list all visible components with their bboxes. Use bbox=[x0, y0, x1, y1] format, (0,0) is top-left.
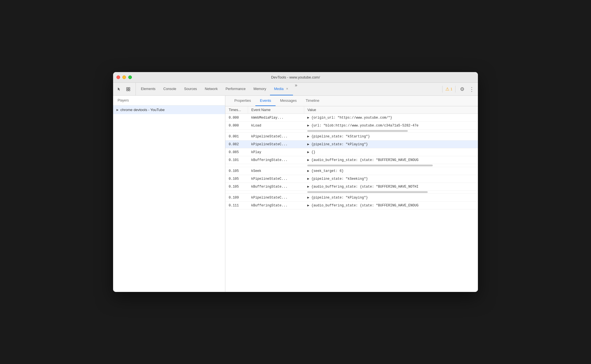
events-table-container[interactable]: Times... Event Name Value 0.000kWebMedia… bbox=[225, 106, 478, 292]
warning-badge[interactable]: ⚠ 1 bbox=[445, 86, 452, 92]
tab-performance[interactable]: Performance bbox=[222, 83, 250, 95]
scrollbar-row bbox=[225, 130, 478, 133]
cell-event-name: kPipelineStateC... bbox=[248, 133, 304, 140]
tab-sources[interactable]: Sources bbox=[180, 83, 201, 95]
toolbar: Elements Console Sources Network Perform… bbox=[113, 83, 478, 96]
table-row[interactable]: 0.109kPipelineStateC...▶ {pipeline_state… bbox=[225, 194, 478, 202]
cursor-icon[interactable] bbox=[115, 85, 123, 93]
warning-icon: ⚠ bbox=[445, 86, 449, 92]
cell-value: ▶ {pipeline_state: "kPlaying"} bbox=[304, 194, 478, 202]
horizontal-scrollbar[interactable] bbox=[304, 130, 478, 133]
player-label: chrome devtools - YouTube bbox=[120, 108, 165, 112]
devtools-window: DevTools - www.youtube.com/ Elements bbox=[113, 72, 478, 292]
toolbar-separator bbox=[442, 86, 443, 93]
cell-value: ▶ {origin_url: "https://www.youtube.com/… bbox=[304, 114, 478, 122]
sidebar: Players ▶ chrome devtools - YouTube bbox=[113, 96, 225, 292]
tab-elements[interactable]: Elements bbox=[137, 83, 159, 95]
tab-list: Elements Console Sources Network Perform… bbox=[137, 83, 439, 95]
cell-value: ▶ {pipeline_state: "kStarting"} bbox=[304, 133, 478, 140]
cell-timestamp: 0.000 bbox=[225, 114, 248, 122]
cell-event-name: kPlay bbox=[248, 148, 304, 156]
table-row[interactable]: 0.111kBufferingState...▶ {audio_bufferin… bbox=[225, 202, 478, 209]
settings-icon[interactable]: ⚙ bbox=[458, 85, 466, 93]
cell-event-name: kSeek bbox=[248, 167, 304, 175]
col-header-event-name: Event Name bbox=[248, 106, 304, 114]
events-table: Times... Event Name Value 0.000kWebMedia… bbox=[225, 106, 478, 209]
svg-rect-3 bbox=[129, 89, 130, 91]
svg-rect-0 bbox=[127, 87, 128, 89]
scrollbar-row bbox=[225, 164, 478, 167]
horizontal-scrollbar[interactable] bbox=[304, 191, 478, 194]
panel-tab-timeline[interactable]: Timeline bbox=[301, 96, 324, 106]
maximize-button[interactable] bbox=[128, 75, 132, 79]
tab-media-close[interactable]: ✕ bbox=[285, 87, 289, 91]
tab-memory[interactable]: Memory bbox=[249, 83, 270, 95]
chevron-right-icon: ▶ bbox=[116, 108, 119, 111]
cell-event-name: kWebMediaPlay... bbox=[248, 114, 304, 122]
cell-event-name: kPipelineStateC... bbox=[248, 140, 304, 148]
more-options-icon[interactable]: ⋮ bbox=[468, 85, 476, 93]
cell-timestamp: 0.085 bbox=[225, 148, 248, 156]
table-body: 0.000kWebMediaPlay...▶ {origin_url: "htt… bbox=[225, 114, 478, 209]
table-row[interactable]: 0.101kBufferingState...▶ {audio_bufferin… bbox=[225, 156, 478, 164]
panel-tab-list: Properties Events Messages Timeline bbox=[225, 96, 478, 106]
main-content: Players ▶ chrome devtools - YouTube Prop… bbox=[113, 96, 478, 292]
player-item[interactable]: ▶ chrome devtools - YouTube bbox=[113, 105, 225, 114]
table-header-row: Times... Event Name Value bbox=[225, 106, 478, 114]
table-row[interactable]: 0.085kPlay▶ {} bbox=[225, 148, 478, 156]
table-row[interactable]: 0.105kBufferingState...▶ {audio_bufferin… bbox=[225, 183, 478, 191]
cell-value: ▶ {url: "blob:https://www.youtube.com/c3… bbox=[304, 122, 478, 130]
svg-rect-2 bbox=[127, 89, 128, 91]
table-row[interactable]: 0.000kWebMediaPlay...▶ {origin_url: "htt… bbox=[225, 114, 478, 122]
table-row[interactable]: 0.000kLoad▶ {url: "blob:https://www.yout… bbox=[225, 122, 478, 130]
close-button[interactable] bbox=[116, 75, 120, 79]
toolbar-left bbox=[115, 83, 136, 95]
cell-value: ▶ {pipeline_state: "kPlaying"} bbox=[304, 140, 478, 148]
horizontal-scrollbar[interactable] bbox=[304, 164, 478, 167]
warning-count: 1 bbox=[450, 87, 452, 91]
cell-event-name: kLoad bbox=[248, 122, 304, 130]
toolbar-separator-2 bbox=[455, 86, 455, 93]
cell-event-name: kPipelineStateC... bbox=[248, 175, 304, 183]
tab-console[interactable]: Console bbox=[159, 83, 180, 95]
scrollbar-row bbox=[225, 191, 478, 194]
cell-timestamp: 0.105 bbox=[225, 183, 248, 191]
cell-value: ▶ {audio_buffering_state: {state: "BUFFE… bbox=[304, 183, 478, 191]
cell-value: ▶ {} bbox=[304, 148, 478, 156]
table-row[interactable]: 0.001kPipelineStateC...▶ {pipeline_state… bbox=[225, 133, 478, 140]
table-row[interactable]: 0.105kPipelineStateC...▶ {pipeline_state… bbox=[225, 175, 478, 183]
more-tabs-button[interactable]: » bbox=[293, 83, 299, 95]
window-title: DevTools - www.youtube.com/ bbox=[271, 75, 320, 79]
cell-event-name: kBufferingState... bbox=[248, 156, 304, 164]
cell-timestamp: 0.000 bbox=[225, 122, 248, 130]
cell-value: ▶ {seek_target: 6} bbox=[304, 167, 478, 175]
cell-value: ▶ {audio_buffering_state: {state: "BUFFE… bbox=[304, 202, 478, 209]
cell-timestamp: 0.105 bbox=[225, 175, 248, 183]
panel-tab-messages[interactable]: Messages bbox=[276, 96, 301, 106]
svg-rect-1 bbox=[129, 87, 130, 89]
sidebar-header: Players bbox=[113, 96, 225, 105]
cell-event-name: kBufferingState... bbox=[248, 202, 304, 209]
cell-timestamp: 0.111 bbox=[225, 202, 248, 209]
inspect-icon[interactable] bbox=[124, 85, 132, 93]
table-row[interactable]: 0.082kPipelineStateC...▶ {pipeline_state… bbox=[225, 140, 478, 148]
cell-timestamp: 0.101 bbox=[225, 156, 248, 164]
title-bar: DevTools - www.youtube.com/ bbox=[113, 72, 478, 83]
panel-tab-events[interactable]: Events bbox=[255, 96, 276, 106]
panel-tab-properties[interactable]: Properties bbox=[230, 96, 255, 106]
toolbar-right: ⚠ 1 ⚙ ⋮ bbox=[439, 83, 476, 95]
cell-value: ▶ {audio_buffering_state: {state: "BUFFE… bbox=[304, 156, 478, 164]
panel: Properties Events Messages Timeline Ti bbox=[225, 96, 478, 292]
tab-media[interactable]: Media ✕ bbox=[270, 83, 293, 95]
cell-event-name: kBufferingState... bbox=[248, 183, 304, 191]
minimize-button[interactable] bbox=[122, 75, 126, 79]
cell-timestamp: 0.109 bbox=[225, 194, 248, 202]
cell-timestamp: 0.105 bbox=[225, 167, 248, 175]
table-row[interactable]: 0.105kSeek▶ {seek_target: 6} bbox=[225, 167, 478, 175]
tab-network[interactable]: Network bbox=[201, 83, 222, 95]
col-header-value: Value bbox=[304, 106, 478, 114]
traffic-lights bbox=[116, 75, 132, 79]
cell-value: ▶ {pipeline_state: "kSeeking"} bbox=[304, 175, 478, 183]
cell-event-name: kPipelineStateC... bbox=[248, 194, 304, 202]
cell-timestamp: 0.001 bbox=[225, 133, 248, 140]
